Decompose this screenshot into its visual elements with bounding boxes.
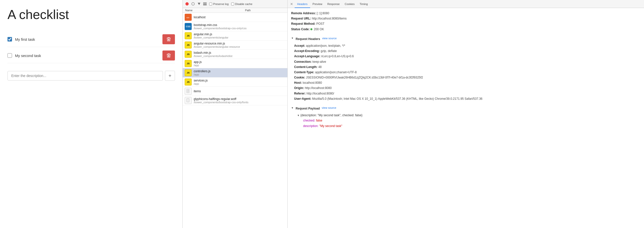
- headers-tabs: ✕ Headers Preview Response Cookies Timin…: [288, 0, 644, 8]
- request-method-value: POST: [316, 22, 324, 26]
- request-headers-title: Request Headers: [296, 37, 320, 42]
- triangle-icon-request-headers: ▼: [291, 36, 294, 40]
- file-info-controllers: controllers.js /app: [194, 70, 286, 76]
- close-button[interactable]: ✕: [289, 0, 295, 8]
- header-key-accept-encoding: Accept-Encoding:: [294, 49, 320, 53]
- tab-headers[interactable]: Headers: [295, 0, 310, 8]
- file-path-angular: /bower_components/angular: [194, 36, 286, 39]
- status-green-dot: [310, 28, 312, 30]
- tab-cookies[interactable]: Cookies: [342, 0, 357, 8]
- network-item-services[interactable]: JS services.js /app: [183, 78, 288, 87]
- header-val-accept-language: nl,en;q=0.8,en-US;q=0.6: [321, 54, 354, 58]
- request-headers-list: Accept: application/json, text/plain, */…: [291, 44, 640, 101]
- doc-icon: [186, 89, 190, 94]
- network-item-woff[interactable]: glyphicons-halflings-regular.woff /bower…: [183, 96, 288, 105]
- file-icon-bootstrap-css: CSS: [185, 23, 192, 30]
- headers-panel: ✕ Headers Preview Response Cookies Timin…: [288, 0, 644, 228]
- name-column-header: Name: [185, 9, 245, 12]
- file-name-appjs: app.js: [194, 60, 286, 64]
- file-icon-controllers: JS: [185, 69, 192, 76]
- file-path-woff: /bower_components/bootstrap-css-only/fon…: [194, 101, 286, 104]
- header-user-agent: User-Agent: Mozilla/5.0 (Macintosh; Inte…: [294, 96, 640, 101]
- network-item-localhost[interactable]: </> localhost: [183, 13, 288, 22]
- payload-summary-row: ▼ {description: "My second task", checke…: [297, 113, 640, 118]
- payload-summary-text: {description: "My second task", checked:…: [300, 114, 362, 117]
- file-path-appjs: /app: [194, 64, 286, 67]
- file-path-services: /app: [194, 82, 286, 85]
- filter-button[interactable]: [197, 2, 201, 6]
- network-item-appjs[interactable]: JS app.js /app: [183, 59, 288, 68]
- request-method-key: Request Method:: [291, 22, 316, 26]
- tab-timing[interactable]: Timing: [357, 0, 370, 8]
- preserve-log-checkbox[interactable]: [209, 2, 212, 6]
- app-title: A checklist: [8, 8, 175, 22]
- header-val-accept-encoding: gzip, deflate: [321, 49, 337, 53]
- file-info-bootstrap-css: bootstrap.min.css /bower_components/boot…: [194, 23, 286, 30]
- header-key-referer: Referer:: [294, 92, 306, 95]
- record-button[interactable]: [185, 2, 189, 6]
- request-payload-title: Request Payload: [296, 106, 320, 111]
- tab-response[interactable]: Response: [325, 0, 342, 8]
- network-panel: Preserve log Disable cache Name Path </>…: [182, 0, 288, 228]
- file-path-lodash: /bower_components/lodash/dist: [194, 54, 286, 58]
- file-icon-woff: [185, 97, 192, 104]
- svg-rect-7: [203, 3, 207, 4]
- header-val-referer: http://localhost:8080/: [306, 92, 334, 95]
- delete-button-1[interactable]: [162, 34, 175, 44]
- path-column-header: Path: [245, 9, 285, 12]
- add-task-button[interactable]: +: [165, 71, 175, 81]
- header-content-type: Content-Type: application/json;charset=U…: [294, 70, 640, 75]
- network-list: </> localhost CSS bootstrap.min.css /bow…: [183, 13, 288, 228]
- file-name-lodash: lodash.min.js: [194, 51, 286, 54]
- record-icon: [186, 2, 189, 6]
- header-key-content-type: Content-Type:: [294, 70, 314, 74]
- network-item-controllers[interactable]: JS controllers.js /app: [183, 68, 288, 78]
- header-val-content-type: application/json;charset=UTF-8: [315, 70, 356, 74]
- tab-preview[interactable]: Preview: [310, 0, 325, 8]
- file-icon-lodash: JS: [185, 51, 192, 58]
- disable-cache-label[interactable]: Disable cache: [231, 2, 252, 6]
- header-accept: Accept: application/json, text/plain, */…: [294, 44, 640, 48]
- request-headers-title-row: ▼ Request Headers view source: [291, 34, 640, 42]
- file-icon-services: JS: [185, 78, 192, 86]
- header-key-accept: Accept:: [294, 44, 305, 48]
- request-url-key: Request URL:: [291, 17, 311, 20]
- file-name-angular-resource: angular-resource.min.js: [194, 42, 286, 45]
- delete-button-2[interactable]: [162, 50, 175, 60]
- header-val-accept: application/json, text/plain, */*: [306, 44, 345, 48]
- triangle-icon-payload-detail: ▼: [297, 114, 300, 117]
- stop-button[interactable]: [191, 2, 195, 6]
- network-item-bootstrap-css[interactable]: CSS bootstrap.min.css /bower_components/…: [183, 22, 288, 31]
- network-item-lodash[interactable]: JS lodash.min.js /bower_components/lodas…: [183, 50, 288, 59]
- header-origin: Origin: http://localhost:8080: [294, 86, 640, 90]
- header-val-connection: keep-alive: [312, 60, 326, 64]
- payload-view-source-link[interactable]: view source: [322, 106, 336, 110]
- remote-address-key: Remote Address:: [291, 12, 316, 15]
- task-checkbox-2[interactable]: [8, 53, 12, 58]
- status-code-row: Status Code: 200 OK: [291, 27, 640, 32]
- payload-checked-value: false: [316, 119, 322, 122]
- disable-cache-checkbox[interactable]: [231, 2, 234, 6]
- file-info-lodash: lodash.min.js /bower_components/lodash/d…: [194, 51, 286, 58]
- file-name-woff: glyphicons-halflings-regular.woff: [194, 97, 286, 101]
- task-item-2: My second task: [8, 48, 175, 63]
- file-name-localhost: localhost: [194, 16, 286, 19]
- status-code-value: 200 OK: [314, 28, 324, 31]
- task-left-1: My first task: [8, 37, 35, 42]
- request-method-row: Request Method: POST: [291, 22, 640, 26]
- add-task-input[interactable]: [8, 71, 163, 80]
- header-val-origin: http://localhost:8080: [305, 86, 332, 90]
- stop-icon: [192, 2, 195, 6]
- network-item-items[interactable]: items: [183, 87, 288, 96]
- network-item-angular-resource[interactable]: JS angular-resource.min.js /bower_compon…: [183, 40, 288, 50]
- header-accept-encoding: Accept-Encoding: gzip, deflate: [294, 49, 640, 54]
- network-item-angular[interactable]: JS angular.min.js /bower_components/angu…: [183, 31, 288, 40]
- header-val-user-agent: Mozilla/5.0 (Macintosh; Intel Mac OS X 1…: [312, 97, 482, 100]
- file-icon-angular-resource: JS: [185, 42, 192, 48]
- preserve-log-label[interactable]: Preserve log: [209, 2, 229, 6]
- view-source-link[interactable]: view source: [322, 36, 336, 41]
- file-info-appjs: app.js /app: [194, 60, 286, 67]
- list-view-button[interactable]: [203, 2, 207, 6]
- trash-icon-1: [167, 37, 171, 42]
- task-checkbox-1[interactable]: [8, 37, 12, 42]
